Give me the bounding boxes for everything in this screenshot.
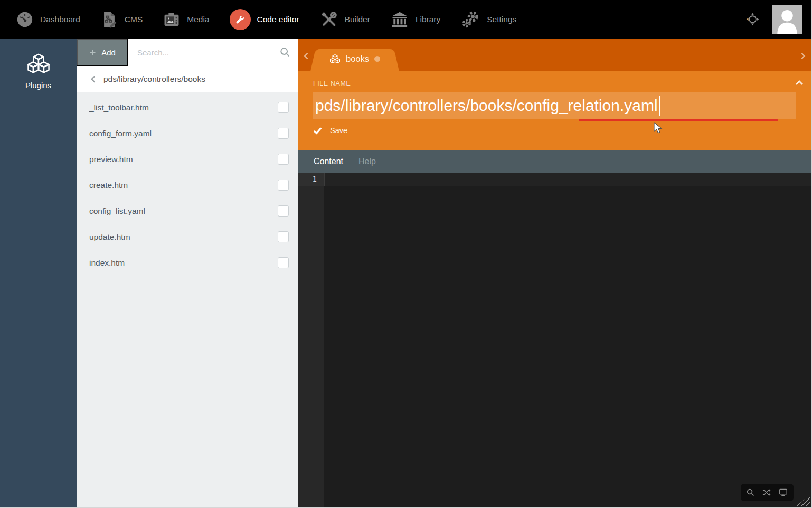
- editor-subtabs: Content Help: [298, 150, 811, 173]
- nav-label: Dashboard: [40, 15, 80, 24]
- code-editor: 1: [298, 173, 811, 507]
- chevron-left-icon: [90, 75, 97, 83]
- active-line-highlight: [324, 173, 811, 186]
- file-name-value: pds/library/controllers/books/config_rel…: [315, 97, 658, 115]
- avatar[interactable]: [772, 5, 802, 34]
- builder-icon: [319, 10, 338, 29]
- file-checkbox[interactable]: [278, 205, 289, 217]
- file-list-item[interactable]: create.htm: [77, 172, 298, 198]
- tab-help[interactable]: Help: [358, 157, 376, 166]
- display-icon[interactable]: [778, 488, 788, 497]
- save-button[interactable]: Save: [313, 126, 361, 135]
- modified-dot: [374, 56, 380, 62]
- file-checkbox[interactable]: [278, 154, 289, 165]
- file-list-item[interactable]: config_list.yaml: [77, 198, 298, 224]
- zoom-icon[interactable]: [746, 488, 755, 497]
- library-icon: [390, 10, 409, 29]
- file-name: update.htm: [89, 232, 130, 242]
- file-header: FILE NAME pds/library/controllers/books/…: [298, 71, 811, 150]
- file-name: create.htm: [89, 181, 128, 190]
- file-list-item[interactable]: config_form.yaml: [77, 120, 298, 146]
- shuffle-icon[interactable]: [762, 488, 771, 497]
- file-name-input[interactable]: pds/library/controllers/books/config_rel…: [313, 92, 796, 119]
- search-input[interactable]: [128, 39, 298, 66]
- nav-item-dashboard[interactable]: Dashboard: [16, 11, 80, 29]
- sidebar-item-plugins[interactable]: Plugins: [0, 51, 77, 90]
- nav-label: Settings: [487, 15, 516, 24]
- file-panel: Add pds/library/controllers/book: [77, 39, 298, 507]
- main-area: Plugins Add: [0, 39, 811, 507]
- editor-tab-strip: books: [298, 39, 811, 71]
- nav-item-library[interactable]: Library: [390, 10, 440, 29]
- settings-icon: [460, 10, 480, 30]
- nav-item-cms[interactable]: CMS: [100, 11, 143, 29]
- file-name: config_list.yaml: [89, 206, 145, 216]
- file-list-item[interactable]: index.htm: [77, 250, 298, 276]
- editor-tab-books[interactable]: books: [310, 46, 399, 71]
- file-checkbox[interactable]: [278, 257, 289, 268]
- code-editing-area[interactable]: [324, 173, 811, 507]
- nav-label: Media: [187, 15, 209, 24]
- file-list-item[interactable]: update.htm: [77, 224, 298, 250]
- check-icon: [313, 127, 322, 135]
- file-name: _list_toolbar.htm: [89, 103, 149, 112]
- editor-status-toolbar: [741, 484, 794, 501]
- media-icon: [163, 11, 181, 29]
- line-number: 1: [298, 173, 324, 186]
- collapse-header-icon[interactable]: [795, 80, 804, 86]
- target-icon[interactable]: [745, 12, 760, 26]
- nav-item-builder[interactable]: Builder: [319, 10, 370, 29]
- file-name: preview.htm: [89, 155, 133, 164]
- nav-label: Code editor: [257, 15, 299, 24]
- file-checkbox[interactable]: [278, 180, 289, 191]
- editor-tab-label: books: [346, 54, 369, 64]
- add-button[interactable]: Add: [77, 39, 128, 66]
- file-checkbox[interactable]: [278, 231, 289, 242]
- tab-scroll-right-icon[interactable]: [800, 52, 806, 60]
- app-window: Dashboard CMS: [0, 0, 812, 508]
- nav-label: Library: [416, 15, 440, 24]
- file-checkbox[interactable]: [278, 128, 289, 139]
- breadcrumb-path: pds/library/controllers/books: [103, 74, 205, 84]
- sidebar: Plugins: [0, 39, 77, 507]
- cubes-icon: [26, 51, 51, 76]
- search-field: [128, 39, 298, 66]
- save-button-label: Save: [330, 126, 347, 135]
- breadcrumb[interactable]: pds/library/controllers/books: [77, 66, 298, 92]
- plus-icon: [89, 49, 97, 57]
- nav-item-media[interactable]: Media: [163, 11, 209, 29]
- topnav-right: [745, 5, 811, 34]
- nav-item-settings[interactable]: Settings: [460, 10, 516, 30]
- spellcheck-underline: [579, 119, 778, 121]
- sidebar-item-label: Plugins: [25, 81, 51, 90]
- add-button-label: Add: [101, 48, 116, 57]
- dashboard-icon: [16, 11, 34, 29]
- file-list: _list_toolbar.htm config_form.yaml previ…: [77, 92, 298, 276]
- line-number-gutter: 1: [298, 173, 324, 507]
- file-name: config_form.yaml: [89, 129, 152, 138]
- cms-icon: [100, 11, 118, 29]
- nav-label: Builder: [345, 15, 370, 24]
- file-list-item[interactable]: _list_toolbar.htm: [77, 95, 298, 120]
- search-icon: [279, 46, 291, 60]
- nav-label: CMS: [125, 15, 143, 24]
- file-list-item[interactable]: preview.htm: [77, 146, 298, 172]
- file-panel-toolbar: Add: [77, 39, 298, 66]
- top-navigation: Dashboard CMS: [0, 0, 811, 39]
- editor-pane: books FILE NAME pds/library/controllers/…: [298, 39, 811, 507]
- text-caret: [659, 96, 660, 116]
- file-name-label: FILE NAME: [313, 71, 796, 87]
- tab-scroll-left-icon[interactable]: [303, 52, 309, 60]
- cubes-icon: [329, 53, 341, 64]
- tab-content[interactable]: Content: [314, 157, 343, 166]
- file-name: index.htm: [89, 258, 125, 268]
- code-editor-icon: [230, 9, 251, 30]
- file-checkbox[interactable]: [278, 102, 289, 113]
- nav-item-code-editor[interactable]: Code editor: [230, 9, 299, 30]
